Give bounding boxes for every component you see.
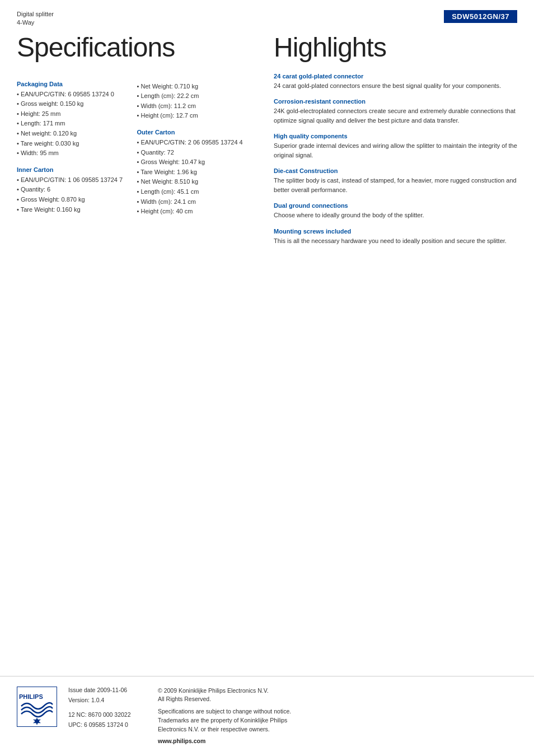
list-item: Gross Weight: 10.47 kg	[137, 157, 246, 167]
highlights-section: Highlights 24 carat gold-plated connecto…	[257, 33, 517, 246]
list-item: Height: 25 mm	[17, 109, 126, 119]
specs-columns: Packaging Data EAN/UPC/GTIN: 6 09585 137…	[17, 73, 246, 217]
main-content: Specifications Packaging Data EAN/UPC/GT…	[0, 33, 534, 246]
upc-value: 6 09585 13724 0	[84, 721, 128, 728]
list-item: EAN/UPC/GTIN: 6 09585 13724 0	[17, 90, 126, 100]
issue-date-value: 2009-11-06	[97, 687, 127, 693]
highlight-heading-1: Corrosion-resistant connection	[274, 98, 517, 105]
specifications-title: Specifications	[17, 33, 246, 63]
highlight-text-3: The splitter body is cast, instead of st…	[274, 176, 517, 194]
page: Digital splitter 4-Way SDW5012GN/37 Spec…	[0, 0, 534, 756]
specs-col-left: Packaging Data EAN/UPC/GTIN: 6 09585 137…	[17, 73, 126, 217]
footer-legal: © 2009 Koninklijke Philips Electronics N…	[158, 687, 517, 746]
highlight-heading-2: High quality components	[274, 133, 517, 139]
specifications-section: Specifications Packaging Data EAN/UPC/GT…	[17, 33, 257, 246]
nc-row: 12 NC: 8670 000 32022	[68, 711, 147, 718]
outer-carton-list: EAN/UPC/GTIN: 2 06 09585 13724 4 Quantit…	[137, 138, 246, 217]
version-label: Version:	[68, 697, 90, 703]
list-item: Tare Weight: 1.96 kg	[137, 167, 246, 178]
highlight-heading-3: Die-cast Construction	[274, 167, 517, 174]
disclaimer-text: Specifications are subject to change wit…	[158, 707, 517, 734]
list-item: Tare weight: 0.030 kg	[17, 139, 126, 149]
model-badge: SDW5012GN/37	[444, 10, 517, 23]
list-item: Height (cm): 12.7 cm	[137, 111, 246, 121]
highlight-text-5: This is all the necessary hardware you n…	[274, 236, 517, 246]
highlight-text-0: 24 carat gold-plated connectors ensure t…	[274, 81, 517, 91]
specs-col-right: Net Weight: 0.710 kg Length (cm): 22.2 c…	[137, 73, 246, 217]
highlight-text-1: 24K gold-electroplated connectors create…	[274, 106, 517, 125]
packaging-data-list: EAN/UPC/GTIN: 6 09585 13724 0 Gross weig…	[17, 90, 126, 158]
list-item: Net Weight: 8.510 kg	[137, 177, 246, 187]
list-item: Quantity: 6	[17, 185, 126, 195]
list-item: Net weight: 0.120 kg	[17, 129, 126, 139]
issue-date-row: Issue date 2009-11-06	[68, 687, 147, 693]
list-item: Net Weight: 0.710 kg	[137, 82, 246, 92]
packaging-data-heading: Packaging Data	[17, 81, 126, 87]
list-item: Width (cm): 24.1 cm	[137, 197, 246, 207]
version-row: Version: 1.0.4	[68, 697, 147, 703]
list-item: EAN/UPC/GTIN: 2 06 09585 13724 4	[137, 138, 246, 148]
unit-data-list: Net Weight: 0.710 kg Length (cm): 22.2 c…	[137, 82, 246, 121]
copyright-text: © 2009 Koninklijke Philips Electronics N…	[158, 687, 517, 704]
list-item: EAN/UPC/GTIN: 1 06 09585 13724 7	[17, 175, 126, 185]
nc-value: 8670 000 32022	[88, 711, 131, 718]
highlights-title: Highlights	[274, 33, 517, 63]
list-item: Gross Weight: 0.870 kg	[17, 195, 126, 205]
upc-label: UPC:	[68, 721, 82, 728]
product-info: Digital splitter 4-Way	[17, 10, 54, 27]
website-link[interactable]: www.philips.com	[158, 738, 205, 744]
header: Digital splitter 4-Way SDW5012GN/37	[0, 0, 534, 27]
list-item: Length (cm): 22.2 cm	[137, 91, 246, 101]
highlight-text-2: Superior grade internal devices and wiri…	[274, 141, 517, 160]
list-item: Length (cm): 45.1 cm	[137, 187, 246, 197]
list-item: Tare Weight: 0.160 kg	[17, 205, 126, 215]
issue-date-label: Issue date	[68, 687, 95, 693]
highlight-heading-5: Mounting screws included	[274, 228, 517, 235]
outer-carton-heading: Outer Carton	[137, 129, 246, 136]
website-row: www.philips.com	[158, 737, 517, 746]
list-item: Height (cm): 40 cm	[137, 207, 246, 217]
footer: PHILIPS Issue date 2009-11-06 Version:	[0, 676, 534, 757]
product-line: Digital splitter	[17, 10, 54, 18]
nc-label: 12 NC:	[68, 711, 87, 718]
philips-logo: PHILIPS	[17, 687, 57, 727]
footer-meta: Issue date 2009-11-06 Version: 1.0.4 12 …	[68, 687, 147, 728]
product-variant: 4-Way	[17, 18, 54, 27]
highlight-heading-0: 24 carat gold-plated connector	[274, 73, 517, 80]
list-item: Quantity: 72	[137, 148, 246, 158]
list-item: Width: 95 mm	[17, 148, 126, 158]
upc-row: UPC: 6 09585 13724 0	[68, 721, 147, 728]
highlight-heading-4: Dual ground connections	[274, 202, 517, 209]
inner-carton-list: EAN/UPC/GTIN: 1 06 09585 13724 7 Quantit…	[17, 175, 126, 214]
list-item: Length: 171 mm	[17, 119, 126, 129]
highlights-list: 24 carat gold-plated connector24 carat g…	[274, 73, 517, 246]
highlight-text-4: Choose where to ideally ground the body …	[274, 211, 517, 220]
list-item: Width (cm): 11.2 cm	[137, 101, 246, 111]
svg-text:PHILIPS: PHILIPS	[19, 693, 43, 700]
list-item: Gross weight: 0.150 kg	[17, 99, 126, 109]
version-value: 1.0.4	[91, 697, 104, 703]
inner-carton-heading: Inner Carton	[17, 166, 126, 173]
